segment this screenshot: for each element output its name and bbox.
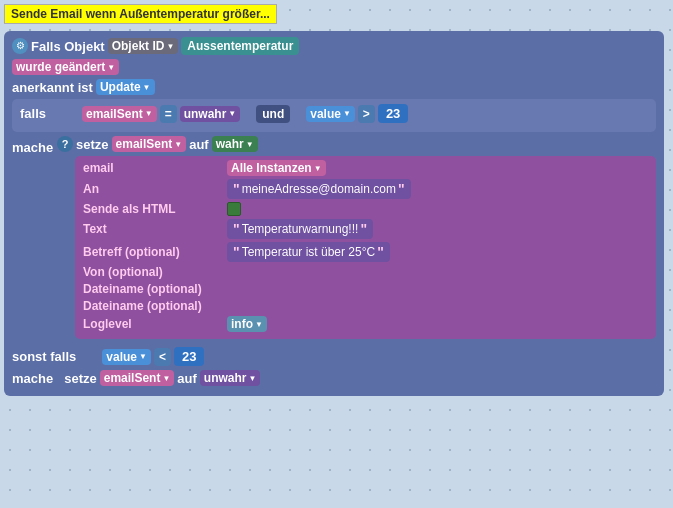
loglevel-row: Loglevel info bbox=[83, 316, 648, 332]
emailsent-label: emailSent bbox=[86, 107, 143, 121]
value-chip[interactable]: value bbox=[306, 106, 355, 122]
value-label: value bbox=[310, 107, 341, 121]
mache-outer-row: mache ? setze emailSent auf wahr bbox=[12, 136, 656, 341]
mache2-emailsent-chip[interactable]: emailSent bbox=[100, 370, 175, 386]
mache2-setze-label: setze bbox=[64, 371, 97, 386]
setze-row: ? setze emailSent auf wahr bbox=[57, 136, 656, 152]
sonst-value-chip[interactable]: value bbox=[102, 349, 151, 365]
email-label: email bbox=[83, 161, 223, 175]
dateiname1-label: Dateiname (optional) bbox=[83, 282, 223, 296]
main-block: ⚙ Falls Objekt Objekt ID Aussentemperatu… bbox=[4, 31, 664, 396]
anerkannt-row: anerkannt ist Update bbox=[12, 79, 656, 95]
objekt-id-chip[interactable]: Objekt ID bbox=[108, 38, 179, 54]
email-header-row: email Alle Instanzen bbox=[83, 160, 648, 176]
betreff-value-block[interactable]: " Temperatur ist über 25°C " bbox=[227, 242, 390, 262]
von-label: Von (optional) bbox=[83, 265, 223, 279]
betreff-value: Temperatur ist über 25°C bbox=[242, 245, 376, 259]
setze-emailsent-label: emailSent bbox=[116, 137, 173, 151]
text-value: Temperaturwarnung!!! bbox=[242, 222, 359, 236]
wahr-label: wahr bbox=[216, 137, 244, 151]
aussentemperatur-chip[interactable]: Aussentemperatur bbox=[181, 37, 299, 55]
title-text: Sende Email wenn Außentemperatur größer.… bbox=[11, 7, 270, 21]
mache2-label: mache bbox=[12, 371, 53, 386]
mache2-unwahr-chip[interactable]: unwahr bbox=[200, 370, 261, 386]
gt-op-chip: > bbox=[358, 105, 375, 123]
mache-label: mache bbox=[12, 140, 54, 155]
auf-label: auf bbox=[189, 137, 209, 152]
number-23-chip[interactable]: 23 bbox=[378, 104, 408, 123]
aussentemperatur-value: Aussentemperatur bbox=[187, 39, 293, 53]
mache2-auf-label: auf bbox=[177, 371, 197, 386]
gear-icon: ⚙ bbox=[12, 38, 28, 54]
loglevel-chip[interactable]: info bbox=[227, 316, 267, 332]
falls-inner-block: falls emailSent = unwahr und value > bbox=[12, 99, 656, 132]
update-chip[interactable]: Update bbox=[96, 79, 155, 95]
question-icon: ? bbox=[57, 136, 73, 152]
dateiname2-label: Dateiname (optional) bbox=[83, 299, 223, 313]
sonst-falls-label: sonst falls bbox=[12, 349, 76, 364]
wurde-geaendert-chip[interactable]: wurde geändert bbox=[12, 59, 119, 75]
alle-instanzen-label: Alle Instanzen bbox=[231, 161, 312, 175]
email-address-block[interactable]: " meineAdresse@domain.com " bbox=[227, 179, 411, 199]
falls-label: falls bbox=[20, 106, 46, 121]
wahr-chip[interactable]: wahr bbox=[212, 136, 258, 152]
falls-objekt-row: ⚙ Falls Objekt Objekt ID Aussentemperatu… bbox=[12, 37, 656, 55]
mache-content: ? setze emailSent auf wahr email bbox=[57, 136, 656, 341]
lt-op-chip: < bbox=[154, 348, 171, 366]
sende-html-row: Sende als HTML bbox=[83, 202, 648, 216]
sonst-falls-row: sonst falls value < 23 bbox=[12, 347, 656, 366]
email-block: email Alle Instanzen An " meineAdresse@d… bbox=[75, 156, 656, 339]
betreff-label: Betreff (optional) bbox=[83, 245, 223, 259]
wurde-geaendert-label: wurde geändert bbox=[16, 60, 105, 74]
eq-op-chip: = bbox=[160, 105, 177, 123]
sonst-value-label: value bbox=[106, 350, 137, 364]
sende-html-checkbox[interactable] bbox=[227, 202, 241, 216]
an-row: An " meineAdresse@domain.com " bbox=[83, 179, 648, 199]
betreff-row: Betreff (optional) " Temperatur ist über… bbox=[83, 242, 648, 262]
number-23-value: 23 bbox=[386, 106, 400, 121]
unwahr-chip[interactable]: unwahr bbox=[180, 106, 241, 122]
falls-objekt-label: Falls Objekt bbox=[31, 39, 105, 54]
emailsent-chip[interactable]: emailSent bbox=[82, 106, 157, 122]
setze-emailsent-chip[interactable]: emailSent bbox=[112, 136, 187, 152]
sonst-number-23[interactable]: 23 bbox=[174, 347, 204, 366]
text-label: Text bbox=[83, 222, 223, 236]
dateiname2-row: Dateiname (optional) bbox=[83, 299, 648, 313]
title-bar: Sende Email wenn Außentemperatur größer.… bbox=[4, 4, 277, 24]
loglevel-label: Loglevel bbox=[83, 317, 223, 331]
email-address-value: meineAdresse@domain.com bbox=[242, 182, 396, 196]
falls-condition-row: falls emailSent = unwahr und value > bbox=[20, 104, 648, 123]
mache2-emailsent-label: emailSent bbox=[104, 371, 161, 385]
und-chip: und bbox=[256, 105, 290, 123]
objekt-id-label: Objekt ID bbox=[112, 39, 165, 53]
alle-instanzen-chip[interactable]: Alle Instanzen bbox=[227, 160, 326, 176]
setze-label: setze bbox=[76, 137, 109, 152]
mache2-unwahr-label: unwahr bbox=[204, 371, 247, 385]
anerkannt-label: anerkannt ist bbox=[12, 80, 93, 95]
sonst-number-23-value: 23 bbox=[182, 349, 196, 364]
update-value: Update bbox=[100, 80, 141, 94]
text-value-block[interactable]: " Temperaturwarnung!!! " bbox=[227, 219, 373, 239]
wurde-geaendert-row: wurde geändert bbox=[12, 59, 656, 75]
und-label: und bbox=[262, 107, 284, 121]
text-row: Text " Temperaturwarnung!!! " bbox=[83, 219, 648, 239]
von-row: Von (optional) bbox=[83, 265, 648, 279]
unwahr-label: unwahr bbox=[184, 107, 227, 121]
sende-html-label: Sende als HTML bbox=[83, 202, 223, 216]
dateiname1-row: Dateiname (optional) bbox=[83, 282, 648, 296]
mache2-row: mache setze emailSent auf unwahr bbox=[12, 370, 656, 386]
an-label: An bbox=[83, 182, 223, 196]
loglevel-value: info bbox=[231, 317, 253, 331]
